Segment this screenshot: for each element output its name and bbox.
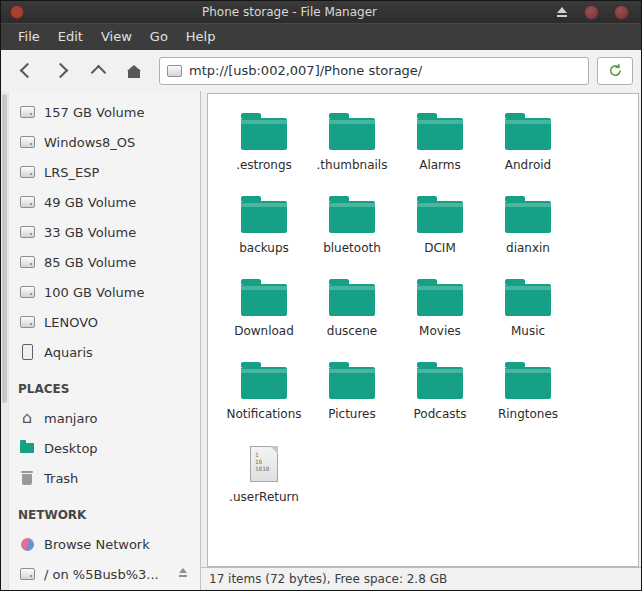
- folder-icon: [505, 118, 551, 150]
- eject-icon[interactable]: [555, 6, 569, 18]
- drive-icon: [18, 194, 36, 210]
- file-item-label: Alarms: [396, 158, 484, 172]
- menubar: FileEditViewGoHelp: [1, 23, 641, 50]
- file-item-download[interactable]: Download: [220, 272, 308, 355]
- folder-icon: [505, 201, 551, 233]
- sidebar-item-label: Desktop: [44, 441, 98, 456]
- file-item-userreturn[interactable]: 1 10 1010.userReturn: [220, 438, 308, 521]
- file-item-backups[interactable]: backups: [220, 189, 308, 272]
- toolbar: [1, 50, 641, 92]
- sidebar-item-label: / on %5Busb%3...: [44, 567, 159, 582]
- eject-button[interactable]: [177, 568, 190, 580]
- maximize-button[interactable]: [584, 5, 599, 20]
- folder-icon: [241, 284, 287, 316]
- sidebar-item-label: Browse Network: [44, 537, 150, 552]
- folder-icon: [18, 440, 36, 456]
- home-button[interactable]: [117, 56, 151, 86]
- phone-icon: [18, 344, 36, 360]
- file-item-android[interactable]: Android: [484, 106, 572, 189]
- menu-help[interactable]: Help: [177, 24, 225, 50]
- folder-icon: [329, 201, 375, 233]
- sidebar-list: 157 GB VolumeWindows8_OSLRS_ESP49 GB Vol…: [1, 91, 200, 589]
- network-header: NETWORK: [13, 493, 200, 529]
- sidebar-item-lenovo[interactable]: LENOVO: [13, 307, 200, 337]
- sidebar-item-browse-network[interactable]: Browse Network: [13, 529, 200, 559]
- sidebar-item-label: LRS_ESP: [44, 165, 99, 180]
- file-item-notifications[interactable]: Notifications: [220, 355, 308, 438]
- titlebar[interactable]: Phone storage - File Manager: [1, 1, 641, 23]
- file-item-label: duscene: [308, 324, 396, 338]
- file-item-bluetooth[interactable]: bluetooth: [308, 189, 396, 272]
- file-item-label: Movies: [396, 324, 484, 338]
- sidebar-item-157-gb-volume[interactable]: 157 GB Volume: [13, 97, 200, 127]
- reload-icon: [608, 63, 623, 78]
- file-item-label: .thumbnails: [308, 158, 396, 172]
- folder-icon: [417, 367, 463, 399]
- menu-edit[interactable]: Edit: [49, 24, 92, 50]
- folder-icon: [505, 284, 551, 316]
- file-item-label: backups: [220, 241, 308, 255]
- sidebar-item-aquaris[interactable]: Aquaris: [13, 337, 200, 367]
- reload-button[interactable]: [597, 57, 633, 85]
- up-icon: [90, 65, 106, 81]
- sidebar-item-on-5busb-3[interactable]: / on %5Busb%3...: [13, 559, 200, 589]
- location-input[interactable]: [189, 63, 581, 78]
- file-item-movies[interactable]: Movies: [396, 272, 484, 355]
- sidebar-scrollbar-thumb[interactable]: [2, 94, 7, 403]
- sidebar-scrollbar[interactable]: [1, 91, 9, 590]
- sidebar-item-label: 33 GB Volume: [44, 225, 136, 240]
- location-drive-icon: [167, 65, 182, 77]
- menu-go[interactable]: Go: [141, 24, 177, 50]
- folder-icon: [329, 284, 375, 316]
- drive-icon: [18, 284, 36, 300]
- back-icon: [20, 63, 36, 79]
- file-item-duscene[interactable]: duscene: [308, 272, 396, 355]
- sidebar-item-label: 100 GB Volume: [44, 285, 144, 300]
- back-button[interactable]: [9, 56, 43, 86]
- folder-icon: [417, 118, 463, 150]
- file-item-estrongs[interactable]: .estrongs: [220, 106, 308, 189]
- file-item-dianxin[interactable]: dianxin: [484, 189, 572, 272]
- close-button[interactable]: [614, 5, 629, 20]
- file-item-music[interactable]: Music: [484, 272, 572, 355]
- file-item-ringtones[interactable]: Ringtones: [484, 355, 572, 438]
- up-button[interactable]: [81, 56, 115, 86]
- home-icon: [128, 71, 140, 78]
- drive-icon: [18, 254, 36, 270]
- folder-icon: [505, 367, 551, 399]
- sidebar-item-manjaro[interactable]: ⌂manjaro: [13, 403, 200, 433]
- drive-icon: [18, 566, 36, 582]
- file-item-label: Android: [484, 158, 572, 172]
- drive-icon: [18, 224, 36, 240]
- file-item-pictures[interactable]: Pictures: [308, 355, 396, 438]
- file-item-podcasts[interactable]: Podcasts: [396, 355, 484, 438]
- location-bar[interactable]: [159, 57, 589, 85]
- file-manager-window: Phone storage - File Manager FileEditVie…: [0, 0, 642, 591]
- sidebar-item-windows8-os[interactable]: Windows8_OS: [13, 127, 200, 157]
- sidebar-item-49-gb-volume[interactable]: 49 GB Volume: [13, 187, 200, 217]
- sidebar-item-33-gb-volume[interactable]: 33 GB Volume: [13, 217, 200, 247]
- statusbar: 17 items (72 bytes), Free space: 2.8 GB: [201, 567, 641, 590]
- binary-file-icon: 1 10 1010: [250, 446, 278, 482]
- menu-file[interactable]: File: [9, 24, 49, 50]
- menu-view[interactable]: View: [92, 24, 141, 50]
- file-item-dcim[interactable]: DCIM: [396, 189, 484, 272]
- sidebar-item-85-gb-volume[interactable]: 85 GB Volume: [13, 247, 200, 277]
- sidebar-item-trash[interactable]: Trash: [13, 463, 200, 493]
- sidebar-item-100-gb-volume[interactable]: 100 GB Volume: [13, 277, 200, 307]
- file-item-label: .estrongs: [220, 158, 308, 172]
- sidebar-item-label: Aquaris: [44, 345, 93, 360]
- sidebar-item-label: Windows8_OS: [44, 135, 135, 150]
- sidebar-item-lrs-esp[interactable]: LRS_ESP: [13, 157, 200, 187]
- sidebar-item-desktop[interactable]: Desktop: [13, 433, 200, 463]
- sidebar-item-label: Trash: [44, 471, 78, 486]
- file-item-alarms[interactable]: Alarms: [396, 106, 484, 189]
- forward-button[interactable]: [45, 56, 79, 86]
- folder-icon: [417, 284, 463, 316]
- file-item-thumbnails[interactable]: .thumbnails: [308, 106, 396, 189]
- drive-icon: [18, 134, 36, 150]
- file-view[interactable]: .estrongs.thumbnailsAlarmsAndroidbackups…: [207, 93, 639, 567]
- window-title: Phone storage - File Manager: [24, 5, 555, 19]
- places-header: PLACES: [13, 367, 200, 403]
- file-item-label: Pictures: [308, 407, 396, 421]
